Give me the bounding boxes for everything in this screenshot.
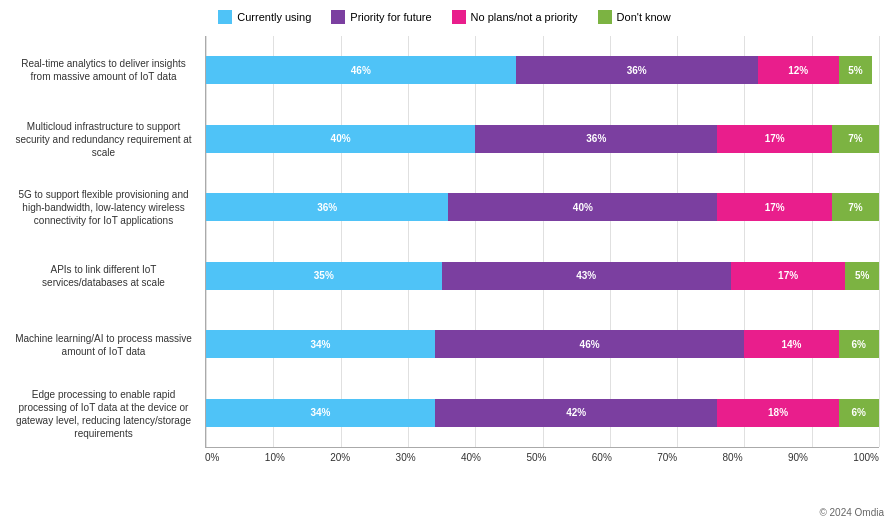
y-label-5: Edge processing to enable rapid processi… [10,379,197,448]
bar-segment-4-2: 14% [744,330,838,358]
bar-row-2: 36%40%17%7% [206,173,879,242]
bar-stack-4: 34%46%14%6% [206,330,879,358]
bar-segment-5-1: 42% [435,399,718,427]
bar-stack-5: 34%42%18%6% [206,399,879,427]
bar-segment-3-1: 43% [442,262,731,290]
bar-segment-5-0: 34% [206,399,435,427]
bar-segment-5-2: 18% [717,399,838,427]
copyright: © 2024 Omdia [819,507,884,518]
chart-area: Real-time analytics to deliver insights … [10,36,879,448]
legend-label-no-plans: No plans/not a priority [471,11,578,23]
x-label-0: 0% [205,452,219,463]
y-labels: Real-time analytics to deliver insights … [10,36,205,448]
legend-swatch-currently-using [218,10,232,24]
y-label-2: 5G to support flexible provisioning and … [10,173,197,242]
bar-stack-2: 36%40%17%7% [206,193,879,221]
bar-segment-2-2: 17% [717,193,831,221]
bar-segment-2-0: 36% [206,193,448,221]
legend-label-dont-know: Don't know [617,11,671,23]
bars-area: 46%36%12%5%40%36%17%7%36%40%17%7%35%43%1… [205,36,879,448]
bar-segment-1-2: 17% [717,125,831,153]
bar-segment-1-0: 40% [206,125,475,153]
bar-segment-0-0: 46% [206,56,516,84]
bar-segment-5-3: 6% [839,399,879,427]
legend: Currently usingPriority for futureNo pla… [10,10,879,24]
x-label-2: 20% [330,452,350,463]
bar-segment-0-2: 12% [758,56,839,84]
legend-swatch-dont-know [598,10,612,24]
bar-stack-1: 40%36%17%7% [206,125,879,153]
bar-segment-1-3: 7% [832,125,879,153]
x-label-5: 50% [526,452,546,463]
bar-row-1: 40%36%17%7% [206,105,879,174]
grid-line-100 [879,36,880,447]
bar-segment-0-3: 5% [839,56,873,84]
y-label-0: Real-time analytics to deliver insights … [10,36,197,105]
x-label-7: 70% [657,452,677,463]
x-label-9: 90% [788,452,808,463]
chart-container: Currently usingPriority for futureNo pla… [0,0,894,522]
legend-item-currently-using: Currently using [218,10,311,24]
bar-segment-1-1: 36% [475,125,717,153]
x-label-3: 30% [396,452,416,463]
bar-segment-4-1: 46% [435,330,745,358]
x-label-10: 100% [853,452,879,463]
bar-segment-0-1: 36% [516,56,758,84]
bar-stack-3: 35%43%17%5% [206,262,879,290]
bar-row-5: 34%42%18%6% [206,379,879,448]
bar-segment-3-2: 17% [731,262,845,290]
x-axis-labels: 0%10%20%30%40%50%60%70%80%90%100% [205,448,879,463]
bar-segment-4-3: 6% [839,330,879,358]
bar-segment-3-0: 35% [206,262,442,290]
legend-label-currently-using: Currently using [237,11,311,23]
legend-label-priority-future: Priority for future [350,11,431,23]
legend-swatch-no-plans [452,10,466,24]
bar-segment-3-3: 5% [845,262,879,290]
bar-segment-2-1: 40% [448,193,717,221]
x-label-4: 40% [461,452,481,463]
bar-row-3: 35%43%17%5% [206,242,879,311]
legend-item-priority-future: Priority for future [331,10,431,24]
y-label-4: Machine learning/AI to process massive a… [10,311,197,380]
bar-segment-2-3: 7% [832,193,879,221]
bar-segment-4-0: 34% [206,330,435,358]
x-label-1: 10% [265,452,285,463]
bar-row-0: 46%36%12%5% [206,36,879,105]
legend-item-dont-know: Don't know [598,10,671,24]
legend-swatch-priority-future [331,10,345,24]
x-label-8: 80% [723,452,743,463]
y-label-3: APIs to link different IoT services/data… [10,242,197,311]
bar-row-4: 34%46%14%6% [206,310,879,379]
legend-item-no-plans: No plans/not a priority [452,10,578,24]
y-label-1: Multicloud infrastructure to support sec… [10,105,197,174]
bar-stack-0: 46%36%12%5% [206,56,879,84]
x-label-6: 60% [592,452,612,463]
